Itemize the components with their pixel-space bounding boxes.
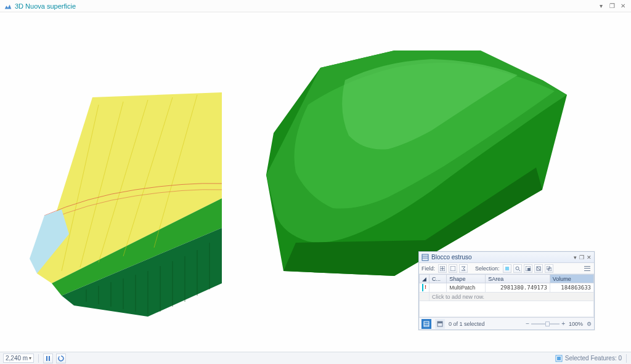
svg-rect-32 [424, 322, 429, 326]
svg-rect-23 [505, 267, 509, 270]
panel-close-icon[interactable]: ✕ [587, 254, 592, 261]
title-bar: 3D Nuova superficie ▾ ❐ ✕ [0, 0, 631, 12]
table-header-row: ◢ C... Shape SArea Volume [420, 275, 594, 283]
selected-features-icon [555, 355, 563, 362]
svg-rect-36 [438, 322, 442, 323]
app-icon [4, 2, 12, 10]
field-label: Field: [421, 265, 435, 272]
selection-label: Selection: [475, 265, 500, 272]
col-header-collapse[interactable]: C... [429, 275, 447, 283]
svg-rect-38 [49, 356, 50, 361]
svg-point-24 [516, 267, 519, 270]
cell-volume[interactable]: 184863633 [550, 283, 593, 293]
panel-pin-icon[interactable]: ▾ [574, 254, 577, 261]
window-title: 3D Nuova superficie [15, 2, 76, 10]
delete-field-button[interactable] [449, 264, 457, 273]
select-by-attributes-button[interactable] [503, 264, 511, 273]
col-header-sarea[interactable]: SArea [486, 275, 550, 283]
panel-header[interactable]: Blocco estruso ▾ ❐ ✕ [419, 252, 594, 263]
panel-toolbar: Field: Selection: [419, 263, 594, 274]
table-zoom-value: 100% [569, 321, 583, 327]
clear-selection-button[interactable] [534, 264, 543, 273]
copy-selection-button[interactable] [545, 264, 553, 273]
pause-drawing-button[interactable] [43, 354, 53, 363]
calculate-field-button[interactable] [459, 264, 468, 273]
svg-rect-37 [46, 356, 47, 361]
svg-line-29 [537, 267, 540, 270]
refresh-view-button[interactable] [56, 354, 66, 363]
panel-footer: 0 of 1 selected − + 100% ⚙ [419, 317, 594, 330]
svg-rect-16 [422, 254, 428, 261]
table-settings-icon[interactable]: ⚙ [587, 321, 592, 327]
panel-title: Blocco estruso [431, 254, 571, 261]
cell-shape[interactable]: MultiPatch [447, 283, 486, 293]
table-row[interactable]: ! MultiPatch 2981380.749173 184863633 [420, 283, 594, 293]
row-selector-header[interactable]: ◢ [420, 275, 429, 283]
selected-features-text: Selected Features: 0 [565, 355, 622, 362]
zoom-minus-icon[interactable]: − [526, 320, 529, 327]
col-header-volume[interactable]: Volume [550, 275, 593, 283]
show-selected-records-button[interactable] [435, 319, 445, 329]
attribute-table-panel: Blocco estruso ▾ ❐ ✕ Field: Selection: [418, 251, 595, 330]
zoom-plus-icon[interactable]: + [561, 320, 565, 327]
table-blank-area [419, 301, 594, 317]
svg-line-25 [518, 269, 520, 271]
switch-selection-button[interactable] [524, 264, 532, 273]
add-row-hint-text: Click to add new row. [429, 293, 594, 301]
cell-collapse[interactable] [429, 283, 447, 293]
status-bar: 2,240 m ▾ Selected Features: 0 [0, 352, 631, 364]
map-scale-selector[interactable]: 2,240 m ▾ [3, 354, 34, 363]
table-icon [421, 254, 429, 261]
svg-rect-22 [450, 266, 455, 271]
svg-rect-27 [527, 268, 531, 271]
chevron-down-icon: ▾ [29, 355, 31, 361]
window-close-icon[interactable]: ✕ [619, 2, 627, 9]
panel-menu-button[interactable] [583, 264, 592, 273]
window-restore-icon[interactable]: ❐ [608, 2, 616, 9]
row-selector[interactable]: ! [420, 283, 429, 293]
add-field-button[interactable] [438, 264, 447, 273]
show-all-records-button[interactable] [421, 319, 431, 329]
selection-count: 0 of 1 selected [449, 321, 522, 327]
zoom-to-selection-button[interactable] [513, 264, 522, 273]
selected-features-indicator[interactable]: Selected Features: 0 [555, 355, 622, 362]
add-row-hint[interactable]: Click to add new row. [420, 293, 594, 301]
col-header-shape[interactable]: Shape [447, 275, 486, 283]
panel-restore-icon[interactable]: ❐ [579, 254, 584, 261]
svg-rect-40 [557, 357, 561, 360]
attribute-table[interactable]: ◢ C... Shape SArea Volume ! MultiPatch 2… [419, 274, 594, 301]
window-pin-icon[interactable]: ▾ [596, 2, 605, 9]
table-zoom-slider[interactable]: − + [526, 320, 565, 327]
cell-sarea[interactable]: 2981380.749173 [486, 283, 550, 293]
map-scale-value: 2,240 m [6, 355, 28, 362]
